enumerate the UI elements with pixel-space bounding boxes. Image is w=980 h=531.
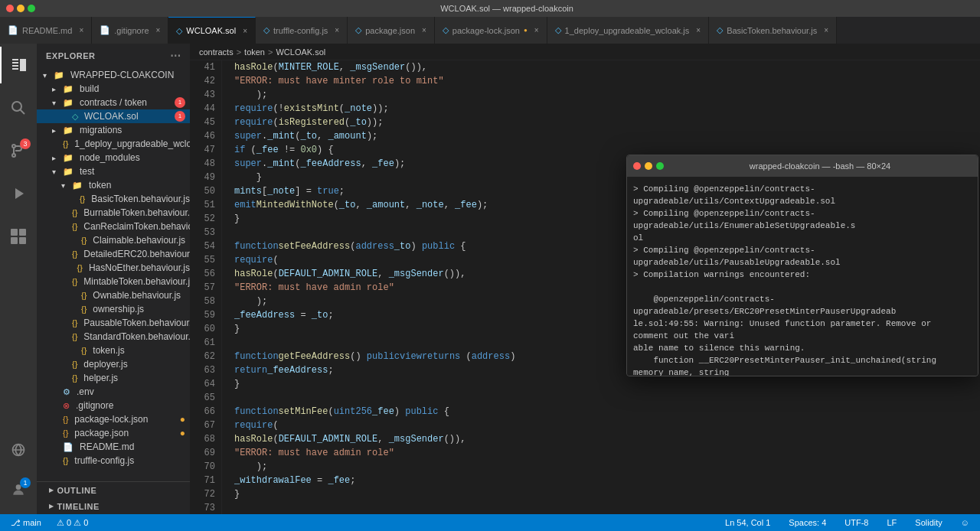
tree-item-pausabletoken-behaviour-js[interactable]: {}PausableToken.behaviour.js: [37, 316, 190, 330]
tree-item-deployer-js[interactable]: {}deployer.js: [37, 357, 190, 371]
activity-item-search[interactable]: [0, 90, 37, 126]
tab-wcloak[interactable]: ◇WCLOAK.sol×: [168, 17, 256, 44]
outline-panel-header[interactable]: ▸ OUTLINE: [37, 482, 190, 498]
tree-item-ownable-behaviour-js[interactable]: {}Ownable.behaviour.js: [37, 288, 190, 302]
tree-item--env[interactable]: ⚙.env: [37, 385, 190, 399]
status-item-feedback[interactable]: ☺: [956, 514, 974, 531]
line-number: 69: [196, 446, 215, 460]
line-number: 53: [196, 226, 215, 239]
sidebar-menu-icon[interactable]: ⋯: [170, 50, 181, 62]
terminal-maximize-button[interactable]: [656, 162, 664, 170]
status-item-encoding[interactable]: UTF-8: [840, 514, 873, 531]
code-line: require(!existsMint(_note));: [234, 102, 968, 116]
tab-basictoken[interactable]: ◇BasicToken.behaviour.js×: [709, 17, 837, 44]
terminal-body[interactable]: > Compiling @openzeppelin/contracts-upgr…: [627, 177, 978, 376]
tab-close-basictoken[interactable]: ×: [824, 26, 828, 34]
activity-item-source-control[interactable]: 3: [0, 132, 37, 169]
line-number: 49: [196, 171, 215, 184]
tree-label: DetailedERC20.behaviour.js: [83, 249, 190, 259]
tab-gitignore[interactable]: 📄.gitignore×: [92, 17, 168, 44]
status-item-ln-col[interactable]: Ln 54, Col 1: [720, 514, 775, 531]
tree-item-burnabletoken-behaviour-js[interactable]: {}BurnableToken.behaviour.js: [37, 206, 190, 220]
tab-close-wcloak[interactable]: ×: [243, 27, 247, 35]
tree-item-wcloak-sol[interactable]: ◇WCLOAK.sol1: [37, 109, 190, 123]
tree-item-hasnoether-behaviour-js[interactable]: {}HasNoEther.behaviour.js: [37, 261, 190, 275]
tree-item-token-js[interactable]: {}token.js: [37, 344, 190, 357]
tree-item-canreclaimtoken-behaviour-js[interactable]: {}CanReclaimToken.behaviour.js: [37, 220, 190, 233]
tree-item-token[interactable]: ▾📁token: [37, 178, 190, 192]
tree-item-helper-js[interactable]: {}helper.js: [37, 371, 190, 385]
tree-item-standardtoken-behaviour-js[interactable]: {}StandardToken.behaviour.js: [37, 330, 190, 344]
terminal-minimize-button[interactable]: [645, 162, 652, 170]
status-item-language[interactable]: Solidity: [910, 514, 946, 531]
tree-item-migrations[interactable]: ▸📁migrations: [37, 123, 190, 137]
tab-truffle[interactable]: ◇truffle-config.js×: [256, 17, 348, 44]
tree-item-claimable-behaviour-js[interactable]: {}Claimable.behaviour.js: [37, 233, 190, 247]
line-number: 47: [196, 143, 215, 157]
tab-close-readme[interactable]: ×: [79, 26, 83, 34]
code-line: require(isRegistered(_to));: [234, 116, 968, 129]
activity-item-extensions[interactable]: [0, 218, 37, 255]
tab-readme[interactable]: 📄README.md×: [0, 17, 92, 44]
tree-item-truffle-config-js[interactable]: {}truffle-config.js: [37, 454, 190, 467]
line-number: 58: [196, 295, 215, 308]
status-item-eol[interactable]: LF: [882, 514, 901, 531]
tab-close-truffle[interactable]: ×: [335, 26, 339, 34]
tree-label: test: [80, 166, 190, 177]
sidebar-header: EXPLORER ⋯: [37, 44, 190, 68]
tree-file-icon: {}: [72, 222, 77, 231]
svg-point-0: [12, 102, 21, 111]
tree-item-build[interactable]: ▸📁build: [37, 82, 190, 96]
tree-file-icon: {}: [81, 346, 87, 355]
tree-item-node-modules[interactable]: ▸📁node_modules: [37, 151, 190, 165]
tab-close-deploy[interactable]: ×: [696, 26, 701, 34]
timeline-panel-header[interactable]: ▸ TIMELINE: [37, 498, 190, 514]
terminal-line: function __ERC20PresetMinterPauser_init_…: [633, 354, 972, 376]
tree-item-mintabletoken-behaviour-js[interactable]: {}MintableToken.behaviour.js: [37, 275, 190, 288]
tab-label-packagejson: package.json: [365, 26, 415, 35]
tree-label: Claimable.behaviour.js: [93, 235, 190, 246]
tree-item-1-deploy-upgradeable-wcloak-js[interactable]: {}1_deploy_upgradeable_wcloak.js: [37, 137, 190, 151]
activity-badge-account: 1: [20, 477, 31, 488]
maximize-button[interactable]: [28, 5, 35, 12]
breadcrumb-part-token[interactable]: token: [244, 47, 265, 57]
tree-item-package-lock-json[interactable]: {}package-lock.json●: [37, 412, 190, 426]
status-item-branch[interactable]: ⎇ main: [6, 514, 46, 531]
terminal-close-button[interactable]: [633, 162, 641, 170]
minimize-button[interactable]: [17, 5, 24, 12]
tree-label: README.md: [80, 441, 190, 452]
tree-label: HasNoEther.behaviour.js: [89, 262, 190, 273]
activity-item-remote[interactable]: [0, 432, 37, 468]
tree-item-contracts---token[interactable]: ▾📁contracts / token1: [37, 96, 190, 109]
tree-item-wrapped-cloakcoin[interactable]: ▾📁WRAPPED-CLOAKCOIN: [37, 68, 190, 82]
tree-item-ownership-js[interactable]: {}ownership.js: [37, 302, 190, 316]
tree-item-basictoken-behaviour-js[interactable]: {}BasicToken.behaviour.js: [37, 192, 190, 206]
tree-file-icon: {}: [63, 415, 68, 424]
tree-item--gitignore[interactable]: ⊗.gitignore: [37, 399, 190, 412]
tree-label: BurnableToken.behaviour.js: [83, 207, 190, 218]
tree-item-detailederc20-behaviour-js[interactable]: {}DetailedERC20.behaviour.js: [37, 247, 190, 261]
tab-deploy[interactable]: ◇1_deploy_upgradeable_wcloak.js×: [547, 17, 710, 44]
tree-item-package-json[interactable]: {}package.json●: [37, 426, 190, 440]
tab-close-packagelock[interactable]: ×: [534, 26, 539, 34]
status-item-spaces[interactable]: Spaces: 4: [784, 514, 831, 531]
tab-close-gitignore[interactable]: ×: [156, 26, 161, 34]
close-button[interactable]: [6, 5, 14, 12]
activity-item-account[interactable]: 1: [0, 471, 37, 508]
tree-item-readme-md[interactable]: 📄README.md: [37, 440, 190, 454]
code-line: "ERROR: must have minter role to mint": [234, 74, 968, 88]
breadcrumb-part-WCLOAK.sol[interactable]: WCLOAK.sol: [276, 47, 325, 57]
tab-close-packagejson[interactable]: ×: [422, 26, 426, 34]
tree-file-icon: 📁: [63, 125, 74, 135]
tree-item-test[interactable]: ▾📁test: [37, 165, 190, 178]
activity-item-debug[interactable]: [0, 175, 37, 212]
code-line: hasRole(DEFAULT_ADMIN_ROLE, _msgSender()…: [234, 432, 968, 446]
tab-packagejson[interactable]: ◇package.json×: [348, 17, 435, 44]
status-item-errors[interactable]: ⚠ 0 ⚠ 0: [52, 514, 93, 531]
tree-arrow: ▸: [52, 126, 61, 135]
tab-label-basictoken: BasicToken.behaviour.js: [727, 26, 817, 35]
tab-modified-packagelock: ●: [524, 27, 528, 34]
activity-item-explorer[interactable]: [0, 47, 37, 83]
tab-packagelock[interactable]: ◇package-lock.json●×: [435, 17, 547, 44]
breadcrumb-part-contracts[interactable]: contracts: [199, 47, 234, 57]
